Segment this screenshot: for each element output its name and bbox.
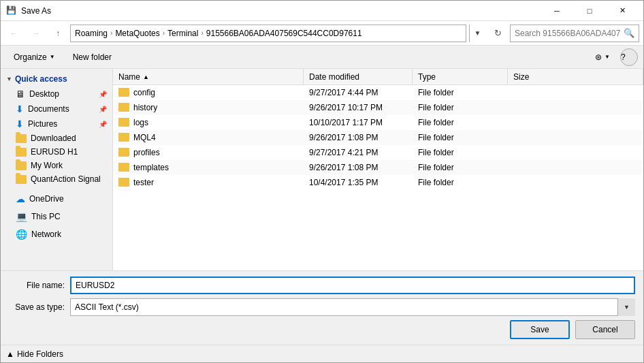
sidebar-item-quantaction[interactable]: QuantAction Signal — [1, 172, 112, 186]
sidebar-item-documents[interactable]: ⬇ Documents 📌 — [1, 101, 112, 116]
folder-icon — [118, 163, 129, 172]
desktop-label: Desktop — [29, 89, 59, 99]
table-row[interactable]: templates 9/26/2017 1:08 PM File folder — [113, 160, 643, 175]
search-box[interactable]: 🔍 — [510, 25, 639, 42]
documents-label: Documents — [28, 104, 69, 114]
quick-access-label: Quick access — [15, 74, 67, 84]
folder-icon — [118, 148, 129, 157]
sidebar-item-downloaded[interactable]: Downloaded — [1, 131, 112, 145]
column-header-size[interactable]: Size — [508, 69, 643, 84]
file-type-cell: File folder — [413, 148, 508, 157]
file-name-cell: profiles — [113, 148, 304, 157]
breadcrumb-item-hash[interactable]: 915566BA06ADA407569C544CC0D97611 — [206, 29, 362, 38]
filename-label: File name: — [9, 281, 70, 290]
view-button[interactable]: ⊛ ▼ — [587, 48, 617, 66]
hide-folders-bar[interactable]: ▲ Hide Folders — [1, 345, 643, 362]
table-row[interactable]: logs 10/10/2017 1:17 PM File folder — [113, 115, 643, 130]
downloaded-folder-icon — [16, 134, 27, 143]
help-button[interactable]: ? — [620, 48, 638, 66]
file-date-cell: 9/26/2017 1:08 PM — [304, 133, 413, 142]
bottom-panel: File name: Save as type: ASCII Text (*.c… — [1, 270, 643, 345]
breadcrumb-item-terminal[interactable]: Terminal — [167, 29, 198, 38]
mywork-folder-icon — [16, 161, 27, 170]
column-header-name[interactable]: Name ▲ — [113, 69, 304, 84]
search-input[interactable] — [515, 29, 621, 38]
toolbar: Organize ▼ New folder ⊛ ▼ ? — [1, 46, 643, 69]
forward-button: → — [27, 24, 46, 43]
pin-icon-desktop: 📌 — [99, 91, 107, 98]
organize-label: Organize — [14, 52, 47, 62]
refresh-button[interactable]: ↻ — [488, 25, 507, 42]
file-type-cell: File folder — [413, 103, 508, 112]
sidebar-item-mywork[interactable]: My Work — [1, 159, 112, 172]
file-date-cell: 9/26/2017 1:08 PM — [304, 163, 413, 172]
title-controls: ─ □ ✕ — [541, 1, 638, 21]
file-name-cell: templates — [113, 163, 304, 172]
column-header-date[interactable]: Date modified — [304, 69, 413, 84]
window-icon: 💾 — [6, 5, 17, 16]
filetype-label: Save as type: — [9, 302, 70, 312]
title-bar: 💾 Save As ─ □ ✕ — [1, 1, 643, 21]
file-type-cell: File folder — [413, 163, 508, 172]
help-icon: ? — [621, 52, 626, 62]
sidebar-item-pictures[interactable]: ⬇ Pictures 📌 — [1, 116, 112, 131]
thispc-icon: 💻 — [16, 211, 27, 222]
hide-folders-chevron: ▲ — [6, 349, 14, 359]
view-chevron: ▼ — [605, 54, 610, 60]
filetype-select[interactable]: ASCII Text (*.csv) CSV (*.csv) Text (*.t… — [70, 298, 635, 316]
sidebar-item-eurusd[interactable]: EURUSD H1 — [1, 145, 112, 159]
desktop-icon: 🖥 — [16, 89, 25, 99]
file-name-cell: config — [113, 88, 304, 97]
table-row[interactable]: profiles 9/27/2017 4:21 PM File folder — [113, 145, 643, 160]
file-name-cell: logs — [113, 118, 304, 127]
quantaction-folder-icon — [16, 175, 27, 184]
breadcrumb-item-roaming[interactable]: Roaming — [75, 29, 108, 38]
save-button[interactable]: Save — [510, 320, 570, 339]
back-button: ← — [5, 24, 24, 43]
maximize-button[interactable]: □ — [574, 1, 605, 21]
pictures-label: Pictures — [28, 119, 57, 129]
file-name-cell: history — [113, 103, 304, 112]
file-date-cell: 9/27/2017 4:21 PM — [304, 148, 413, 157]
sidebar-item-desktop[interactable]: 🖥 Desktop 📌 — [1, 86, 112, 101]
table-row[interactable]: config 9/27/2017 4:44 PM File folder — [113, 85, 643, 100]
cancel-button[interactable]: Cancel — [575, 320, 635, 339]
table-row[interactable]: tester 10/4/2017 1:35 PM File folder — [113, 175, 643, 190]
quantaction-label: QuantAction Signal — [31, 174, 101, 184]
table-row[interactable]: history 9/26/2017 10:17 PM File folder — [113, 100, 643, 115]
sidebar-section-quick-access[interactable]: ▼ Quick access — [1, 72, 112, 86]
organize-chevron: ▼ — [50, 54, 55, 60]
file-type-cell: File folder — [413, 88, 508, 97]
mywork-label: My Work — [31, 161, 63, 170]
breadcrumb-item-metaquotes[interactable]: MetaQuotes — [115, 29, 159, 38]
file-list: config 9/27/2017 4:44 PM File folder his… — [113, 85, 643, 270]
content-area: ▼ Quick access 🖥 Desktop 📌 ⬇ Documents 📌… — [1, 69, 643, 270]
column-header-type[interactable]: Type — [413, 69, 508, 84]
filename-input[interactable] — [70, 277, 635, 294]
view-icon: ⊛ — [595, 52, 602, 62]
up-button[interactable]: ↑ — [48, 24, 67, 43]
table-row[interactable]: MQL4 9/26/2017 1:08 PM File folder — [113, 130, 643, 145]
nav-bar: ← → ↑ Roaming › MetaQuotes › Terminal › … — [1, 21, 643, 46]
close-button[interactable]: ✕ — [607, 1, 638, 21]
filetype-select-wrapper[interactable]: ASCII Text (*.csv) CSV (*.csv) Text (*.t… — [70, 298, 635, 316]
file-type-cell: File folder — [413, 133, 508, 142]
minimize-button[interactable]: ─ — [541, 1, 573, 21]
onedrive-label: OneDrive — [29, 194, 64, 204]
organize-button[interactable]: Organize ▼ — [6, 48, 63, 66]
onedrive-icon: ☁ — [16, 193, 25, 204]
downloaded-label: Downloaded — [31, 133, 76, 143]
new-folder-button[interactable]: New folder — [65, 48, 119, 66]
eurusd-folder-icon — [16, 148, 27, 157]
thispc-label: This PC — [31, 212, 61, 221]
filename-row: File name: — [9, 277, 635, 294]
sidebar-item-thispc[interactable]: 💻 This PC — [1, 209, 112, 224]
folder-icon — [118, 178, 129, 187]
pin-icon-pictures: 📌 — [99, 121, 107, 128]
documents-icon: ⬇ — [16, 104, 24, 114]
sort-arrow: ▲ — [143, 74, 149, 80]
sidebar-item-onedrive[interactable]: ☁ OneDrive — [1, 191, 112, 206]
sidebar-item-network[interactable]: 🌐 Network — [1, 227, 112, 242]
breadcrumb-dropdown[interactable]: ▼ — [469, 25, 485, 42]
breadcrumb[interactable]: Roaming › MetaQuotes › Terminal › 915566… — [70, 25, 466, 42]
